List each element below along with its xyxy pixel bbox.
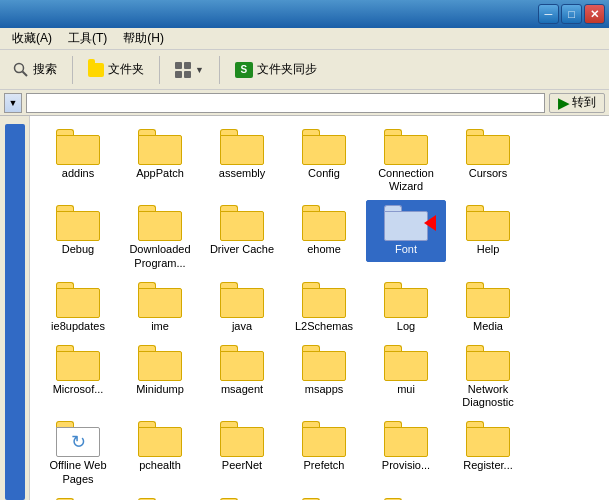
folder-item[interactable]: ↻Offline Web Pages (38, 416, 118, 490)
folder-item[interactable]: Network Diagnostic (448, 340, 528, 414)
folder-label: addins (62, 167, 94, 180)
address-input[interactable] (26, 93, 545, 113)
folder-item[interactable]: Provisio... (366, 416, 446, 477)
folder-label: Downloaded Program... (123, 243, 197, 269)
folder-label: Prefetch (304, 459, 345, 472)
folder-icon-shape (220, 282, 264, 318)
sync-button[interactable]: S 文件夹同步 (226, 54, 326, 86)
folder-label: L2Schemas (295, 320, 353, 333)
folder-icon-shape (302, 345, 346, 381)
folder-item[interactable]: Resources (202, 493, 282, 500)
folder-label: msapps (305, 383, 344, 396)
views-button[interactable]: ▼ (166, 54, 213, 86)
folders-button[interactable]: 文件夹 (79, 54, 153, 86)
folder-wrapper: Media (448, 277, 528, 338)
folder-item[interactable]: security (284, 493, 364, 500)
folder-icon-shape (56, 205, 100, 241)
search-button[interactable]: 搜索 (4, 54, 66, 86)
folder-icon-shape (302, 421, 346, 457)
address-dropdown[interactable]: ▼ (4, 93, 22, 113)
folder-item[interactable]: AppPatch (120, 124, 200, 185)
folder-item[interactable]: Config (284, 124, 364, 185)
folder-label: Debug (62, 243, 94, 256)
folder-wrapper: Driver Cache (202, 200, 282, 274)
folder-wrapper: addins (38, 124, 118, 198)
folder-item[interactable]: Microsof... (38, 340, 118, 401)
folder-item[interactable]: msagent (202, 340, 282, 401)
folder-item[interactable]: pchealth (120, 416, 200, 477)
views-icon (175, 62, 191, 78)
folder-icon-shape (384, 282, 428, 318)
folder-item[interactable]: ime (120, 277, 200, 338)
folder-item[interactable]: Minidump (120, 340, 200, 401)
folder-item[interactable]: mui (366, 340, 446, 401)
folder-label: Offline Web Pages (41, 459, 115, 485)
folder-label: Driver Cache (210, 243, 274, 256)
folder-item[interactable]: Media (448, 277, 528, 338)
folder-item[interactable]: ehome (284, 200, 364, 261)
folder-label: Microsof... (53, 383, 104, 396)
close-button[interactable]: ✕ (584, 4, 605, 24)
folder-wrapper: ie8updates (38, 277, 118, 338)
folder-wrapper: Minidump (120, 340, 200, 414)
folder-icon-shape (138, 345, 182, 381)
folder-item[interactable]: L2Schemas (284, 277, 364, 338)
toolbar: 搜索 文件夹 ▼ S 文件夹同步 (0, 50, 609, 90)
folder-item[interactable]: Downloaded Program... (120, 200, 200, 274)
folder-item[interactable]: ie8updates (38, 277, 118, 338)
folder-item[interactable]: Connection Wizard (366, 124, 446, 198)
folder-item[interactable]: Repair (120, 493, 200, 500)
folder-wrapper: mui (366, 340, 446, 414)
folder-item[interactable]: msapps (284, 340, 364, 401)
folder-item[interactable]: Cursors (448, 124, 528, 185)
folder-item[interactable]: Help (448, 200, 528, 261)
file-area[interactable]: addinsAppPatchassemblyConfigConnection W… (30, 116, 609, 500)
menu-help[interactable]: 帮助(H) (115, 28, 172, 49)
menu-tools[interactable]: 工具(T) (60, 28, 115, 49)
folder-item[interactable]: PeerNet (202, 416, 282, 477)
folder-label: ie8updates (51, 320, 105, 333)
goto-button[interactable]: ▶ 转到 (549, 93, 605, 113)
file-grid: addinsAppPatchassemblyConfigConnection W… (38, 124, 601, 500)
folder-wrapper: Help (448, 200, 528, 274)
folder-item[interactable]: assembly (202, 124, 282, 185)
folder-label: ehome (307, 243, 341, 256)
folder-item[interactable]: Registra... (38, 493, 118, 500)
folder-icon-shape (466, 345, 510, 381)
folder-label: Minidump (136, 383, 184, 396)
menu-favorites[interactable]: 收藏(A) (4, 28, 60, 49)
left-panel-accent (5, 124, 25, 500)
folder-label: PeerNet (222, 459, 262, 472)
folder-wrapper: msapps (284, 340, 364, 414)
folder-icon-shape (220, 129, 264, 165)
sync-icon: S (235, 62, 253, 78)
folder-label: ime (151, 320, 169, 333)
folder-item[interactable]: Register... (448, 416, 528, 477)
folder-item[interactable]: Debug (38, 200, 118, 261)
folder-icon-shape (384, 205, 428, 241)
folder-item[interactable]: Font (366, 200, 446, 261)
selection-arrow-icon (424, 215, 436, 231)
folder-icon-shape (466, 282, 510, 318)
folder-icon-shape (466, 129, 510, 165)
folder-item[interactable]: java (202, 277, 282, 338)
search-label: 搜索 (33, 61, 57, 78)
folder-item[interactable]: addins (38, 124, 118, 185)
folder-item[interactable]: Driver Cache (202, 200, 282, 261)
folder-wrapper: AppPatch (120, 124, 200, 198)
folder-icon-shape (220, 421, 264, 457)
minimize-button[interactable]: ─ (538, 4, 559, 24)
folder-label: assembly (219, 167, 265, 180)
folder-label: Media (473, 320, 503, 333)
folder-item[interactable]: SHELLNEW (366, 493, 446, 500)
folder-label: Provisio... (382, 459, 430, 472)
folder-item[interactable]: Prefetch (284, 416, 364, 477)
folder-label: Register... (463, 459, 513, 472)
folder-item[interactable]: Log (366, 277, 446, 338)
folder-icon-shape: ↻ (56, 421, 100, 457)
folder-label: Help (477, 243, 500, 256)
folder-wrapper: ehome (284, 200, 364, 274)
folder-icon-shape (56, 129, 100, 165)
maximize-button[interactable]: □ (561, 4, 582, 24)
folder-icon-shape (302, 129, 346, 165)
